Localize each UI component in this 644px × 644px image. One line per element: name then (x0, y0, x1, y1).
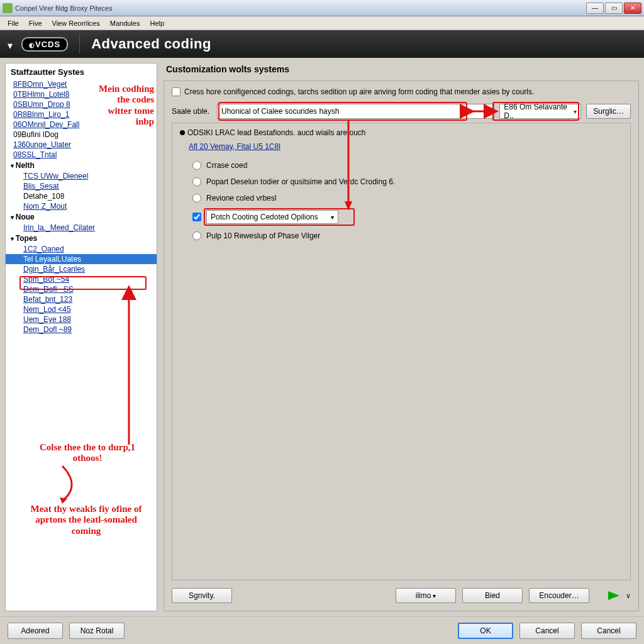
select-label: Saale uble. (172, 107, 212, 116)
radio-label: Crrase coed (206, 161, 247, 170)
sidebar-item[interactable]: 0SBUmn_Drop 8 (6, 99, 157, 109)
desc-label: Cress hore conifigenced codings, tarchs … (184, 87, 534, 96)
sidebar-item[interactable]: 06OMnnil_Dev_Fall (6, 119, 157, 130)
tree-header-topes[interactable]: Topes (6, 233, 157, 244)
titlebar: Conpel Virer fildg Broxy Piteces — ▭ ✕ (0, 0, 644, 16)
close-button[interactable]: ✕ (624, 3, 641, 14)
tree-item[interactable]: 1C2_Oaned (6, 244, 157, 254)
tree-header-noue[interactable]: Noue (6, 211, 157, 223)
inner-header: ODSIKI LRAC lead Bestafionds. aucd wiail… (180, 128, 623, 137)
tree-item[interactable]: Dem_Dofl ~89 (6, 325, 157, 335)
radio-label: Popart Deselun todier or qusitsime and V… (206, 177, 395, 186)
menu-view[interactable]: View Reorrlices (47, 18, 105, 28)
tree-item[interactable]: Uem_Eye 188 (6, 314, 157, 325)
cancel-button[interactable]: Cancel (519, 623, 575, 639)
tree-item[interactable]: Spm_Bot ~54 (6, 274, 157, 284)
sidebar: Staffzautter Systes 8FBOmn_Veget 0TBHlmn… (5, 63, 157, 611)
radio-label: Revione coled vrbesl (206, 194, 276, 203)
app-icon (3, 3, 13, 13)
sidebar-item[interactable]: 0R8Blnm_Liro_1 (6, 109, 157, 119)
surg-button[interactable]: Surglic… (586, 104, 631, 119)
radio-revione[interactable] (192, 194, 201, 203)
radio-pulp[interactable] (192, 231, 201, 240)
annotation-arrow (56, 466, 81, 504)
tree-header-nelth[interactable]: Nelth (6, 160, 157, 171)
tree-item[interactable]: Blis_Sesat (6, 181, 157, 191)
tree-item[interactable]: Dem_Dofl ~SS (6, 284, 157, 294)
sidebar-item[interactable]: 08SSL_Tntal (6, 150, 157, 160)
bied-button[interactable]: Bied (462, 588, 523, 603)
menubar: File Five View Reorrlices Mandules Help (0, 16, 644, 30)
sgnvity-button[interactable]: Sgnvity. (172, 588, 232, 603)
potch-select[interactable]: Potch Cooting Cedoted Opilions (206, 210, 338, 224)
inner-link[interactable]: Afl 20 Vemay, Fital U5 1C8l (189, 142, 623, 151)
panel-title: Customization wolts systems (164, 63, 639, 80)
menu-file[interactable]: File (3, 18, 24, 28)
window-title: Conpel Virer fildg Broxy Piteces (15, 4, 586, 12)
action-button-row: Sgnvity. ilimo Bied Encouder… ∨ (172, 580, 631, 603)
tree-item[interactable]: Dgin_Bår_Lcariles (6, 264, 157, 274)
logo-badge: ◐VCDS (21, 37, 68, 52)
ilimo-button[interactable]: ilimo (396, 588, 456, 603)
secondary-select[interactable]: E86 Om Selavante D.. (499, 104, 581, 119)
sidebar-item[interactable]: 1360unge_Ulater (6, 140, 157, 150)
sidebar-item[interactable]: 0TBHlmn_Lotel8 (6, 89, 157, 99)
page-title: Advanced coding (91, 36, 211, 52)
tree-item-selected[interactable]: Tel LeyaalLUates (6, 254, 157, 264)
main-select[interactable]: Uhonical of Cialee socurides haysh (217, 104, 494, 119)
annotation-text: Meat thy weakls fiy ofine of aprtons the… (23, 504, 149, 536)
tree-item[interactable]: TCS UWw_Dieneel (6, 171, 157, 181)
menu-mandules[interactable]: Mandules (105, 18, 145, 28)
menu-five[interactable]: Five (24, 18, 47, 28)
options-group: ODSIKI LRAC lead Bestafionds. aucd wiail… (172, 123, 631, 580)
tree-item[interactable]: Nem_Lod <45 (6, 304, 157, 314)
main-panel: Customization wolts systems Cress hore c… (164, 63, 639, 611)
sidebar-item[interactable]: 09Bufini IDog (6, 130, 157, 140)
radio-label: Pulp 10 Reweslup of Phase Vilger (206, 231, 320, 240)
adeored-button[interactable]: Adeored (8, 623, 63, 639)
minimize-button[interactable]: — (586, 3, 604, 14)
footer-bar: Adeored Noz Rotal OK Cancel Cancel (0, 616, 644, 644)
radio-crrase[interactable] (192, 161, 201, 170)
flag-chevron[interactable]: ∨ (626, 592, 631, 600)
tree-item[interactable]: Nom Z_Mout (6, 201, 157, 211)
maximize-button[interactable]: ▭ (605, 3, 623, 14)
ok-button[interactable]: OK (458, 623, 513, 639)
tree-item[interactable]: Befat_bnt_123 (6, 294, 157, 304)
noz-button[interactable]: Noz Rotal (69, 623, 125, 639)
desc-checkbox[interactable] (172, 87, 180, 96)
header-banner: ▾ ◐VCDS Advanced coding (0, 30, 644, 58)
tree-item[interactable]: Irin_la._Meed_Cilater (6, 223, 157, 233)
annotation-text: Colse thee the to durp,1 othoos! (31, 442, 144, 464)
flag-icon[interactable] (608, 591, 619, 600)
encoder-button[interactable]: Encouder… (529, 588, 589, 603)
sidebar-title: Staffzautter Systes (6, 66, 157, 79)
menu-help[interactable]: Help (145, 18, 169, 28)
radio-popart[interactable] (192, 177, 201, 186)
tree-item[interactable]: Detahe_108 (6, 191, 157, 201)
cancel-button-2[interactable]: Cancel (581, 623, 636, 639)
radio-potch[interactable] (192, 213, 201, 221)
sidebar-item[interactable]: 8FBOmn_Veget (6, 79, 157, 89)
chevron-down-icon[interactable]: ▾ (8, 40, 16, 48)
